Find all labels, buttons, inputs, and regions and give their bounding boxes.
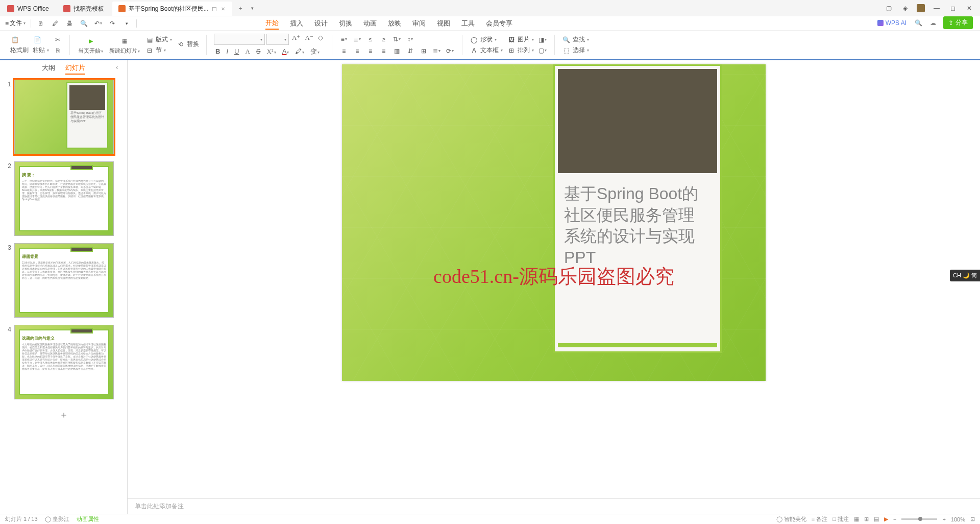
underline-icon[interactable]: U xyxy=(233,47,240,56)
bullets-icon[interactable]: ≡▾ xyxy=(339,35,349,44)
align-justify-icon[interactable]: ≡ xyxy=(379,46,388,56)
format-painter-button[interactable]: 格式刷 xyxy=(10,46,29,55)
view-normal-icon[interactable]: ▦ xyxy=(854,516,859,522)
canvas-scroll[interactable]: code51.cn-源码乐园盗图必究 基于Spring Boot的 社区便民服务… xyxy=(128,60,980,498)
picture-button[interactable]: 🖼图片▾ xyxy=(507,35,534,44)
zoom-in-icon[interactable]: + xyxy=(942,516,945,522)
slide-thumb-4[interactable]: 选题的目的与意义 本文研究的社区便民服务管理系统就是为了能够更加方便地管理社区的… xyxy=(14,325,114,399)
slide-title-card[interactable]: 基于Spring Boot的 社区便民服务管理 系统的设计与实现 PPT xyxy=(553,64,722,353)
view-slideshow-icon[interactable]: ▶ xyxy=(884,516,888,522)
indent-inc-icon[interactable]: ≥ xyxy=(379,35,388,44)
pinyin-icon[interactable]: 变▾ xyxy=(309,47,321,56)
indent-dec-icon[interactable]: ≤ xyxy=(366,35,375,44)
shadow-icon[interactable]: A xyxy=(243,47,251,56)
copy-icon[interactable]: 📋 xyxy=(10,35,19,44)
zoom-out-icon[interactable]: − xyxy=(893,516,896,522)
comments-toggle[interactable]: □ 批注 xyxy=(832,515,849,523)
tab-view[interactable]: 视图 xyxy=(437,18,450,29)
status-animate[interactable]: 动画属性 xyxy=(77,515,99,523)
tab-wps-office[interactable]: WPS Office xyxy=(1,2,55,16)
layout-button[interactable]: ▤版式▾ xyxy=(145,35,172,44)
tab-document[interactable]: 基于Spring Boot的社区便民... ◻ ✕ xyxy=(112,2,232,16)
share-button[interactable]: ⇪ 分享 xyxy=(943,16,973,29)
find-button[interactable]: 🔍查找▾ xyxy=(562,35,589,44)
fit-icon[interactable]: ⊡ xyxy=(970,516,975,522)
convert-icon[interactable]: ⟳▾ xyxy=(446,46,455,56)
play-from-button[interactable]: ▶ 当页开始▾ xyxy=(77,34,104,56)
tab-design[interactable]: 设计 xyxy=(314,18,328,29)
tab-templates[interactable]: 找稻壳模板 xyxy=(57,2,110,16)
redo-icon[interactable]: ↷ xyxy=(108,19,117,28)
font-color-icon[interactable]: A▾ xyxy=(281,47,291,56)
add-slide-button[interactable]: ＋ xyxy=(5,407,122,423)
align-left-icon[interactable]: ≡ xyxy=(339,46,349,56)
bold-icon[interactable]: B xyxy=(214,47,222,56)
collapse-icon[interactable]: ‹ xyxy=(116,63,123,70)
close-icon[interactable]: ✕ xyxy=(220,6,226,12)
align-center-icon[interactable]: ≡ xyxy=(353,46,362,56)
tab-overflow-button[interactable]: ▾ xyxy=(248,3,258,13)
cloud-icon[interactable]: ☁ xyxy=(930,19,936,27)
sort-icon[interactable]: ⊞ xyxy=(419,46,428,56)
maximize-icon[interactable]: ◻ xyxy=(948,4,958,13)
zoom-slider[interactable] xyxy=(901,518,937,520)
search-icon[interactable]: 🔍 xyxy=(914,18,923,28)
tab-slideshow[interactable]: 放映 xyxy=(388,18,401,29)
clear-format-icon[interactable]: ◇ xyxy=(316,34,325,45)
slide-thumb-3[interactable]: 课题背景 21世纪以来，随着科学技术的飞速发展，人们对信息的需求越来越大。传统的… xyxy=(14,243,114,318)
view-reading-icon[interactable]: ▤ xyxy=(874,516,879,522)
notes-toggle[interactable]: ≡ 备注 xyxy=(812,515,827,523)
ime-badge[interactable]: CH 🌙 简 xyxy=(950,270,980,281)
file-menu[interactable]: ≡ 文件 ▾ xyxy=(5,19,26,28)
fullscreen-icon[interactable]: ▢ xyxy=(884,4,893,13)
tab-animation[interactable]: 动画 xyxy=(363,18,377,29)
shape-button[interactable]: ◯形状▾ xyxy=(470,35,497,44)
slide-canvas[interactable]: code51.cn-源码乐园盗图必究 基于Spring Boot的 社区便民服务… xyxy=(342,64,766,381)
notes-placeholder[interactable]: 单击此处添加备注 xyxy=(128,498,980,514)
view-sorter-icon[interactable]: ⊞ xyxy=(864,516,869,522)
preview-icon[interactable]: 🔍 xyxy=(79,19,88,28)
increase-font-icon[interactable]: A⁺ xyxy=(290,34,302,45)
tab-outline[interactable]: 大纲 xyxy=(42,63,55,75)
slide-title-text[interactable]: 基于Spring Boot的 社区便民服务管理 系统的设计与实现 PPT xyxy=(564,183,712,268)
font-family-combo[interactable]: ▾ xyxy=(214,34,265,45)
textbox-button[interactable]: A文本框▾ xyxy=(470,46,503,55)
strikethrough-icon[interactable]: S xyxy=(255,47,262,56)
highlight-icon[interactable]: 🖍▾ xyxy=(293,47,306,56)
print-icon[interactable]: 🖶 xyxy=(65,19,74,28)
text-dir-icon[interactable]: ↕▾ xyxy=(406,35,415,44)
avatar-icon[interactable] xyxy=(917,4,925,12)
tab-tools[interactable]: 工具 xyxy=(461,18,475,29)
slide-thumb-1[interactable]: 基于Spring Boot的社区便民服务管理系统的设计与实现PPT xyxy=(14,80,114,154)
decrease-font-icon[interactable]: A⁻ xyxy=(303,34,314,45)
close-window-icon[interactable]: ✕ xyxy=(965,4,974,13)
tab-slides[interactable]: 幻灯片 xyxy=(65,63,85,75)
list-level-icon[interactable]: ≣▾ xyxy=(432,46,442,56)
copy2-icon[interactable]: ⎘ xyxy=(53,46,62,55)
add-tab-button[interactable]: ＋ xyxy=(235,3,246,13)
paste-icon[interactable]: 📄 xyxy=(33,35,42,44)
slide-thumb-2[interactable]: 摘 要： 二十一世纪是信息化的时代，信息管理系统已经成为当代社会不可或缺的一部分… xyxy=(14,161,114,236)
para-spacing-icon[interactable]: ⇵ xyxy=(406,46,415,56)
thumbnails[interactable]: 1 基于Spring Boot的社区便民服务管理系统的设计与实现PPT 2 摘 … xyxy=(0,77,127,514)
font-size-combo[interactable]: ▾ xyxy=(266,34,289,45)
select-button[interactable]: ⬚选择▾ xyxy=(562,46,589,55)
cut-icon[interactable]: ✂ xyxy=(53,35,62,44)
zoom-value[interactable]: 100% xyxy=(951,516,965,522)
line-spacing-icon[interactable]: ⇅▾ xyxy=(393,35,402,44)
numbering-icon[interactable]: ≣▾ xyxy=(353,35,362,44)
columns-icon[interactable]: ▥ xyxy=(393,46,402,56)
replace-button[interactable]: ⟲替换 xyxy=(176,40,199,49)
tab-review[interactable]: 审阅 xyxy=(412,18,426,29)
new-slide-button[interactable]: ▦ 新建幻灯片▾ xyxy=(108,34,141,56)
undo-icon[interactable]: ↶▾ xyxy=(93,19,103,28)
export-icon[interactable]: 🖉 xyxy=(51,19,60,28)
tab-insert[interactable]: 插入 xyxy=(290,18,303,29)
tab-transition[interactable]: 切换 xyxy=(339,18,352,29)
wps-ai-button[interactable]: WPS AI xyxy=(877,19,906,27)
status-play[interactable]: ◯ 皇影江 xyxy=(45,515,69,523)
superscript-icon[interactable]: X²▾ xyxy=(265,47,277,56)
tab-member[interactable]: 会员专享 xyxy=(486,18,512,29)
more-icon[interactable]: ▾ xyxy=(122,19,131,28)
tab-start[interactable]: 开始 xyxy=(265,17,279,30)
